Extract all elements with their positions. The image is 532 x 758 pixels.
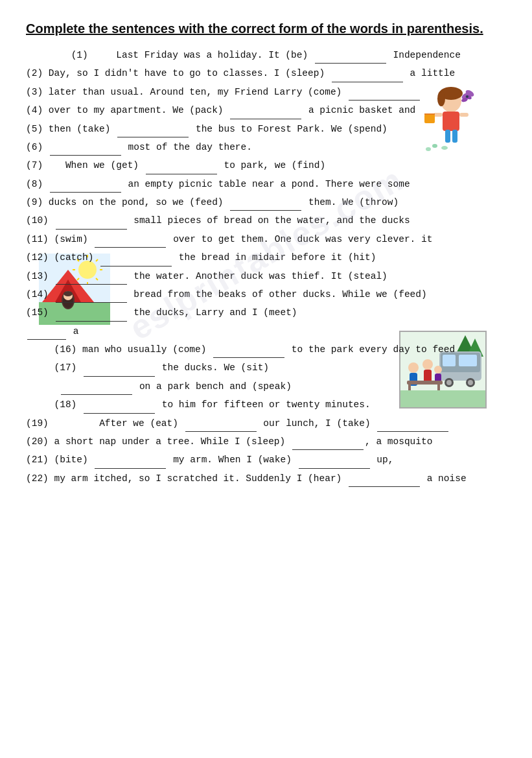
blank-13[interactable] [56,268,127,285]
sentence-7: (7) When we (get) to park, we (find) [26,157,506,174]
blank-15[interactable] [56,304,127,321]
num-7: (7) [26,160,43,171]
blank-19b[interactable] [377,415,448,432]
num-5: (5) [26,124,43,134]
sentence-17: (17) the ducks. We (sit) [26,359,506,376]
num-1: (1) [71,50,88,60]
num-22: (22) [26,473,49,484]
exercise-content: (1) Last Friday was a holiday. It (be) I… [26,47,506,487]
sentence-10: (10) small pieces of bread on the water,… [26,212,506,229]
blank-17[interactable] [84,359,155,376]
blank-8[interactable] [50,176,121,193]
sentence-19: (19) After we (eat) our lunch, I (take) [26,415,506,432]
sentence-17b: on a park bench and (speak) [26,378,506,395]
blank-19[interactable] [185,415,257,432]
blank-15b[interactable] [27,323,66,340]
num-3: (3) [26,87,43,97]
sentence-8: (8) an empty picnic table near a pond. T… [26,176,506,193]
sentence-22: (22) my arm itched, so I scratched it. S… [26,470,506,487]
page-container: eslprintables.com [26,19,506,487]
num-18: (18) [54,399,77,410]
num-14: (14) [26,289,49,300]
sentence-15: (15) the ducks, Larry and I (meet) [26,304,506,321]
num-10: (10) [26,215,49,226]
blank-1[interactable] [315,47,386,64]
sentence-11: (11) (swim) over to get them. One duck w… [26,231,506,248]
num-12: (12) [26,252,49,263]
blank-21b[interactable] [299,451,370,468]
sentence-20: (20) a short nap under a tree. While I (… [26,433,506,450]
sentence-3: (3) later than usual. Around ten, my Fri… [26,84,506,101]
sentence-2: (2) Day, so I didn't have to go to class… [26,65,506,82]
sentence-4: (4) over to my apartment. We (pack) a pi… [26,102,506,119]
sentence-14: (14) bread from the beaks of other ducks… [26,286,506,303]
blank-22[interactable] [349,470,420,487]
blank-7[interactable] [146,157,217,174]
blank-5[interactable] [117,121,189,137]
blank-2[interactable] [332,65,403,82]
sentence-16: (16) man who usually (come) to the park … [26,341,506,358]
blank-11[interactable] [95,231,166,248]
num-8: (8) [26,179,43,189]
blank-12[interactable] [100,249,172,266]
sentence-18: (18) to him for fifteen or twenty minute… [26,396,506,413]
blank-9[interactable] [230,194,301,211]
sentence-13: (13) the water. Another duck was thief. … [26,268,506,285]
num-13: (13) [26,271,49,281]
blank-16[interactable] [213,341,284,358]
blank-3[interactable] [349,84,420,101]
num-21: (21) [26,455,49,465]
blank-4[interactable] [230,102,301,119]
sentence-5: (5) then (take) the bus to Forest Park. … [26,121,506,137]
num-11: (11) [26,234,49,244]
blank-17b[interactable] [61,378,132,395]
num-20: (20) [26,436,49,447]
num-15: (15) [26,307,49,318]
blank-14[interactable] [56,286,127,303]
num-6: (6) [26,142,43,152]
sentence-15b: a [26,323,506,340]
num-2: (2) [26,68,43,78]
sentence-1: (1) Last Friday was a holiday. It (be) I… [26,47,506,64]
blank-20[interactable] [292,433,364,450]
sentence-21: (21) (bite) my arm. When I (wake) up, [26,451,506,468]
num-9: (9) [26,197,43,207]
num-19: (19) [26,418,49,429]
page-title: Complete the sentences with the correct … [26,19,506,38]
num-16: (16) [54,344,77,355]
blank-10[interactable] [56,212,127,229]
num-4: (4) [26,105,43,115]
sentence-12: (12) (catch) the bread in midair before … [26,249,506,266]
sentence-9: (9) ducks on the pond, so we (feed) them… [26,194,506,211]
blank-18[interactable] [84,396,155,413]
num-17: (17) [54,362,77,373]
blank-21[interactable] [95,451,166,468]
blank-6[interactable] [50,139,121,156]
sentence-6: (6) most of the day there. [26,139,506,156]
